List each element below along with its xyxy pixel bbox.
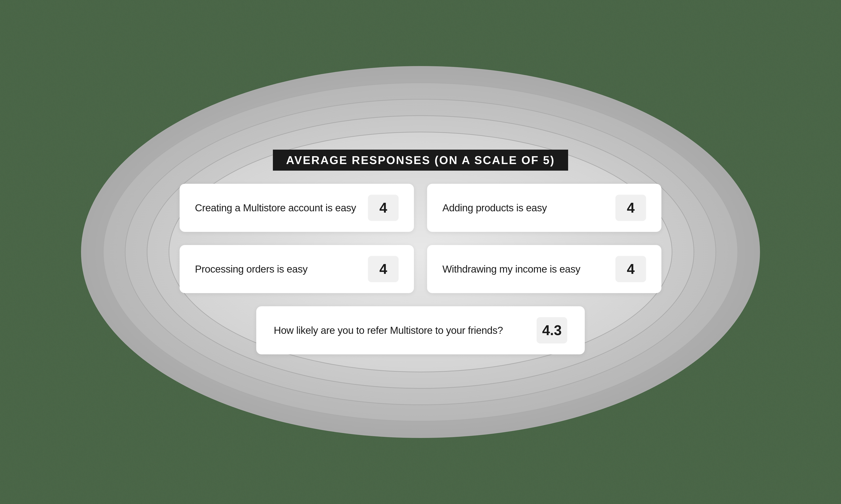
card-withdrawing-income-label: Withdrawing my income is easy (442, 263, 580, 275)
card-refer-friends: How likely are you to refer Multistore t… (256, 306, 585, 354)
card-withdrawing-income-value-wrapper: 4 (615, 256, 646, 282)
card-refer-friends-label: How likely are you to refer Multistore t… (274, 324, 503, 336)
card-adding-products-label: Adding products is easy (442, 202, 547, 214)
card-refer-friends-value-wrapper: 4.3 (536, 317, 567, 343)
card-refer-friends-value: 4.3 (542, 322, 562, 338)
cards-row-2: Processing orders is easy 4 Withdrawing … (179, 245, 662, 293)
card-processing-orders-value-wrapper: 4 (368, 256, 399, 282)
cards-row-1: Creating a Multistore account is easy 4 … (179, 184, 662, 232)
card-withdrawing-income-value: 4 (627, 261, 635, 277)
card-adding-products-value: 4 (627, 200, 635, 216)
card-creating-account-value-wrapper: 4 (368, 195, 399, 221)
card-creating-account: Creating a Multistore account is easy 4 (179, 184, 414, 232)
oval-container: AVERAGE RESPONSES (ON A SCALE OF 5) Crea… (70, 55, 771, 449)
card-processing-orders: Processing orders is easy 4 (179, 245, 414, 293)
card-processing-orders-label: Processing orders is easy (195, 263, 308, 275)
card-creating-account-label: Creating a Multistore account is easy (195, 202, 356, 214)
card-processing-orders-value: 4 (379, 261, 387, 277)
card-withdrawing-income: Withdrawing my income is easy 4 (427, 245, 662, 293)
oval-content: AVERAGE RESPONSES (ON A SCALE OF 5) Crea… (179, 150, 662, 354)
card-creating-account-value: 4 (379, 200, 387, 216)
cards-row-3: How likely are you to refer Multistore t… (179, 306, 662, 354)
page-title: AVERAGE RESPONSES (ON A SCALE OF 5) (273, 150, 568, 170)
card-adding-products-value-wrapper: 4 (615, 195, 646, 221)
card-adding-products: Adding products is easy 4 (427, 184, 662, 232)
